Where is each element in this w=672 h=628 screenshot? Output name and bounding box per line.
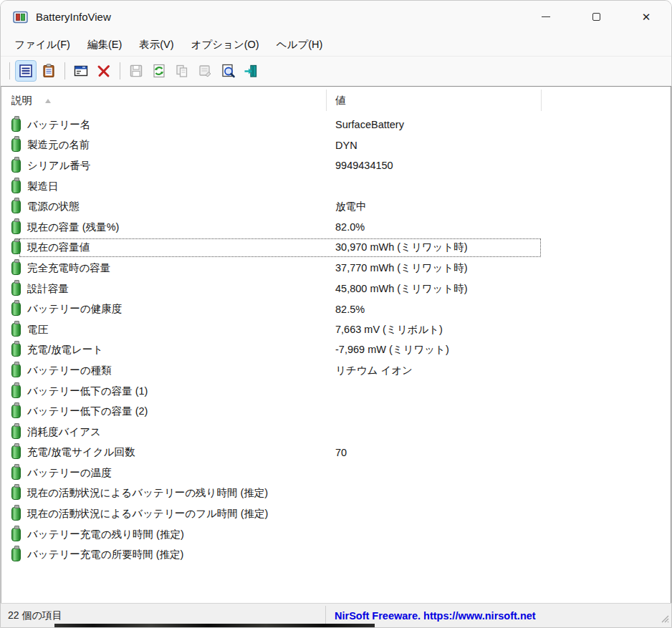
magnifier-icon: [220, 63, 236, 79]
toolbar-separator: [120, 62, 120, 79]
battery-icon: [11, 405, 21, 418]
exit-door-icon: [243, 63, 259, 79]
copy-button: [171, 60, 193, 82]
row-label: バッテリー低下の容量 (2): [27, 405, 148, 418]
battery-info-list: 説明 値 バッテリー名 SurfaceBattery 製造元の名前 DYN シリ…: [1, 86, 671, 603]
floppy-disk-icon: [128, 63, 144, 79]
battery-icon: [11, 364, 21, 377]
find-button[interactable]: [217, 60, 239, 82]
table-row[interactable]: バッテリー充電の所要時間 (推定): [1, 544, 671, 565]
table-row[interactable]: 充電/放電レート -7,969 mW (ミリワット): [1, 340, 671, 361]
battery-log-view-button[interactable]: [38, 60, 59, 82]
table-row[interactable]: 完全充電時の容量 37,770 mWh (ミリワット時): [1, 258, 671, 279]
table-row[interactable]: 現在の活動状況によるバッテリーの残り時間 (推定): [1, 483, 671, 504]
menu-view[interactable]: 表示(V): [130, 34, 182, 55]
battery-icon: [11, 138, 21, 152]
table-row[interactable]: 電圧 7,663 mV (ミリボルト): [1, 319, 671, 340]
row-label: 消耗度バイアス: [27, 425, 101, 439]
table-row[interactable]: バッテリー名 SurfaceBattery: [1, 115, 671, 135]
menu-help[interactable]: ヘルプ(H): [268, 34, 332, 55]
table-row[interactable]: 製造日: [1, 176, 671, 197]
row-value: 7,663 mV (ミリボルト): [335, 323, 443, 337]
battery-icon: [11, 343, 21, 357]
table-row[interactable]: 現在の容量 (残量%) 82.0%: [1, 217, 671, 238]
row-label: 現在の活動状況によるバッテリーの残り時間 (推定): [27, 486, 268, 500]
table-row[interactable]: 電源の状態 放電中: [1, 196, 671, 217]
row-value: 30,970 mWh (ミリワット時): [335, 241, 468, 254]
battery-icon: [11, 323, 21, 337]
row-label: 充電/放電レート: [27, 343, 103, 357]
table-row[interactable]: バッテリーの健康度 82.5%: [1, 299, 671, 319]
copy-pages-icon: [174, 63, 190, 79]
battery-icon: [11, 425, 21, 439]
row-label: 電源の状態: [27, 200, 80, 213]
battery-icon: [11, 180, 21, 193]
menu-file[interactable]: ファイル(F): [6, 34, 79, 55]
column-header-description[interactable]: 説明: [11, 87, 51, 115]
table-row[interactable]: 充電/放電サイクル回数 70: [1, 443, 671, 463]
table-row[interactable]: 現在の活動状況によるバッテリーのフル時間 (推定): [1, 503, 671, 524]
minimize-button[interactable]: [521, 1, 571, 33]
row-value: 放電中: [335, 200, 367, 213]
column-header-label: 説明: [11, 94, 32, 107]
table-row[interactable]: 製造元の名前 DYN: [1, 135, 671, 156]
sort-ascending-icon: [45, 99, 51, 103]
exit-button[interactable]: [240, 60, 261, 82]
battery-icon: [11, 466, 21, 480]
battery-icon: [11, 159, 21, 173]
row-label: 設計容量: [27, 282, 69, 296]
battery-icon: [11, 528, 21, 541]
report-list-icon: [18, 63, 34, 79]
maximize-button[interactable]: [571, 1, 621, 33]
table-row[interactable]: 設計容量 45,800 mWh (ミリワット時): [1, 279, 671, 299]
battery-icon: [11, 261, 21, 275]
battery-info-view-button[interactable]: [15, 60, 37, 82]
list-header: 説明 値: [1, 87, 671, 115]
column-header-label: 値: [335, 94, 346, 107]
toolbar-separator: [64, 62, 65, 79]
menu-bar: ファイル(F) 編集(E) 表示(V) オプション(O) ヘルプ(H): [1, 33, 671, 57]
batteryinfoview-window: BatteryInfoView ✕ ファイル(F) 編集(E) 表示(V) オプ…: [0, 0, 672, 628]
background-taskbar-strip: [54, 624, 375, 627]
battery-icon: [11, 282, 21, 296]
refresh-button[interactable]: [148, 60, 170, 82]
table-row[interactable]: バッテリーの温度: [1, 463, 671, 483]
row-label: 完全充電時の容量: [27, 261, 110, 275]
row-value: -7,969 mW (ミリワット): [335, 343, 449, 357]
table-row[interactable]: シリアル番号 9949434150: [1, 155, 671, 176]
save-button: [125, 60, 147, 82]
column-divider[interactable]: [326, 90, 327, 111]
close-icon: ✕: [642, 11, 651, 24]
column-header-value[interactable]: 値: [335, 87, 346, 115]
toolbar: [1, 57, 671, 85]
resize-grip-icon[interactable]: [661, 614, 669, 625]
table-row[interactable]: バッテリー低下の容量 (1): [1, 381, 671, 402]
table-row[interactable]: 消耗度バイアス: [1, 422, 671, 443]
table-row[interactable]: バッテリー充電の残り時間 (推定): [1, 524, 671, 545]
table-row[interactable]: バッテリー低下の容量 (2): [1, 401, 671, 422]
choose-columns-button[interactable]: [70, 60, 92, 82]
row-label: バッテリーの健康度: [27, 302, 122, 316]
row-label: 製造日: [27, 180, 59, 193]
statusbar-divider: [325, 606, 326, 625]
battery-icon: [11, 200, 21, 213]
close-button[interactable]: ✕: [621, 1, 671, 33]
delete-button[interactable]: [93, 60, 115, 82]
row-value: 45,800 mWh (ミリワット時): [335, 282, 468, 296]
table-row[interactable]: 現在の容量値 30,970 mWh (ミリワット時): [1, 238, 671, 259]
column-divider[interactable]: [541, 90, 542, 111]
row-label: バッテリーの種類: [27, 364, 112, 377]
title-bar[interactable]: BatteryInfoView ✕: [1, 1, 671, 33]
menu-options[interactable]: オプション(O): [183, 34, 268, 55]
row-label: バッテリー低下の容量 (1): [27, 385, 148, 398]
row-label: バッテリー名: [27, 118, 90, 132]
table-row[interactable]: バッテリーの種類 リチウム イオン: [1, 360, 671, 381]
menu-edit[interactable]: 編集(E): [79, 34, 130, 55]
row-value: 70: [335, 447, 347, 458]
minimize-icon: [542, 16, 550, 17]
row-label: バッテリー充電の所要時間 (推定): [27, 548, 183, 561]
row-label: 充電/放電サイクル回数: [27, 445, 135, 459]
toolbar-separator: [9, 62, 10, 79]
row-value: SurfaceBattery: [335, 119, 404, 130]
row-label: 現在の活動状況によるバッテリーのフル時間 (推定): [27, 507, 268, 521]
